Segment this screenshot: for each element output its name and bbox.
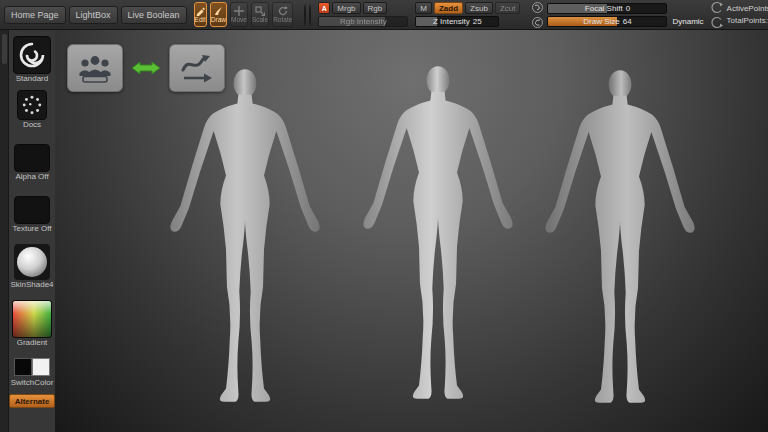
c-curve-icon	[711, 16, 724, 29]
rotate-icon	[278, 6, 288, 16]
zsub-button[interactable]: Zsub	[465, 2, 493, 14]
ring-icons-right	[711, 1, 724, 29]
edit-label: Edit	[195, 17, 206, 24]
dynamic-label[interactable]: Dynamic	[672, 17, 703, 26]
points-readout: ActivePoints: 16.786 Mil TotalPoints: 16…	[727, 4, 768, 26]
left-edge-strip[interactable]	[0, 30, 9, 432]
alpha-thumbnail[interactable]	[14, 144, 50, 172]
s-curve-icon	[531, 16, 544, 29]
z-intensity-slider[interactable]: Z Intensity 25	[415, 16, 499, 27]
material-thumbnail[interactable]	[14, 244, 50, 280]
zbrush-app: Home Page LightBox Live Boolean Edit Dra…	[0, 0, 768, 432]
draw-size-slider[interactable]: Draw Size 64	[547, 16, 667, 27]
rgb-intensity-label: Rgb Intensity	[340, 17, 387, 27]
edit-mode-button[interactable]: Edit	[194, 2, 207, 27]
focal-shift-slider[interactable]: Focal Shift 0	[547, 3, 667, 14]
viewport-canvas[interactable]	[55, 30, 768, 432]
sculpt-group: M Zadd Zsub Zcut Z Intensity 25	[415, 2, 520, 27]
lightbox-button[interactable]: LightBox	[69, 6, 118, 24]
brush-preview-icon[interactable]	[304, 4, 306, 26]
stroke-thumbnail[interactable]	[17, 90, 47, 120]
primary-color-swatch[interactable]	[14, 358, 32, 376]
focal-shift-label: Focal Shift	[585, 4, 623, 14]
sculpt-figure-front-left[interactable]	[150, 60, 340, 428]
rgb-intensity-slider[interactable]: Rgb Intensity	[318, 16, 408, 27]
gradient-label: Gradient	[17, 338, 48, 348]
scale-label: Scale	[252, 17, 268, 24]
stroke-label: Docs	[23, 120, 41, 130]
z-intensity-value: 25	[473, 17, 482, 27]
texture-thumbnail[interactable]	[14, 196, 50, 224]
ring-icons-left	[531, 1, 544, 29]
scale-icon	[255, 6, 265, 16]
move-label: Move	[231, 17, 247, 24]
secondary-color-swatch[interactable]	[32, 358, 50, 376]
scale-mode-button[interactable]: Scale	[251, 2, 269, 27]
material-label: SkinShade4	[10, 280, 53, 290]
color-picker[interactable]	[12, 300, 52, 338]
material-sphere-icon	[17, 247, 47, 277]
s-curve-icon	[531, 1, 544, 14]
draw-label: Draw	[211, 17, 226, 24]
z-intensity-label: Z Intensity	[433, 17, 470, 27]
zadd-button[interactable]: Zadd	[434, 2, 463, 14]
rgb-button[interactable]: Rgb	[363, 2, 388, 14]
c-curve-icon	[711, 1, 724, 14]
color-a-swatch[interactable]: A	[318, 2, 330, 14]
rotate-mode-button[interactable]: Rotate	[272, 2, 293, 27]
material-sphere-icon[interactable]	[309, 4, 311, 26]
live-boolean-button[interactable]: Live Boolean	[121, 6, 187, 24]
left-tray: Standard Docs Alpha Off Texture Off Skin…	[9, 30, 55, 432]
pencil-icon	[195, 6, 205, 16]
switchcolor-label: SwitchColor	[11, 378, 54, 388]
sculpt-figure-back[interactable]	[525, 62, 715, 428]
dotted-stroke-icon	[19, 92, 45, 118]
mrgb-button[interactable]: Mrgb	[332, 2, 360, 14]
paint-group: A Mrgb Rgb Rgb Intensity	[318, 2, 408, 27]
draw-size-label: Draw Size	[583, 17, 619, 27]
sculpt-figure-front-center[interactable]	[343, 52, 533, 430]
left-tray-wrap: Standard Docs Alpha Off Texture Off Skin…	[0, 30, 55, 432]
texture-label: Texture Off	[13, 224, 52, 234]
zcut-button[interactable]: Zcut	[495, 2, 521, 14]
community-button[interactable]	[67, 44, 123, 92]
standard-brush-thumbnail[interactable]	[13, 36, 51, 74]
draw-mode-button[interactable]: Draw	[210, 2, 227, 27]
standard-brush-label: Standard	[16, 74, 48, 84]
draw-size-value: 64	[623, 17, 632, 27]
focal-shift-value: 0	[626, 4, 630, 14]
brush-icon	[213, 6, 223, 16]
top-shelf: Home Page LightBox Live Boolean Edit Dra…	[0, 0, 768, 30]
home-page-button[interactable]: Home Page	[4, 6, 66, 24]
move-icon	[234, 6, 244, 16]
m-button[interactable]: M	[415, 2, 432, 14]
move-mode-button[interactable]: Move	[230, 2, 248, 27]
rotate-label: Rotate	[273, 17, 292, 24]
active-points: ActivePoints: 16.786 Mil	[727, 4, 768, 14]
alternate-button[interactable]: Alternate	[9, 394, 55, 408]
size-group: Focal Shift 0 Draw Size 64 Dynamic	[547, 3, 703, 27]
alpha-label: Alpha Off	[15, 172, 48, 182]
people-group-icon	[76, 52, 114, 84]
switch-color-widget[interactable]	[12, 356, 52, 378]
spiral-brush-icon	[17, 40, 47, 70]
tray-scroll-grip[interactable]	[2, 34, 7, 64]
total-points: TotalPoints: 16.786 Mil	[727, 16, 768, 26]
